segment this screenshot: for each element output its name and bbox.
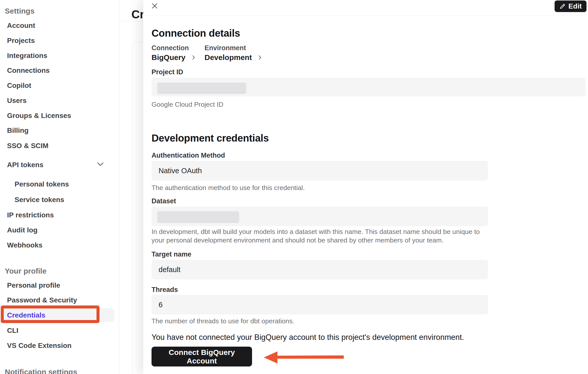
credentials-annotation-box	[1, 305, 100, 323]
sidebar-item-account[interactable]: Account	[7, 21, 35, 30]
sidebar-item-personal-tokens[interactable]: Personal tokens	[15, 180, 69, 189]
sidebar-item-vs-code-extension[interactable]: VS Code Extension	[7, 341, 72, 350]
sidebar-item-projects[interactable]: Projects	[7, 36, 35, 45]
environment-value-link[interactable]: Development	[205, 53, 262, 62]
authentication-method-input[interactable]: Native OAuth	[152, 161, 488, 180]
target-name-input[interactable]: default	[152, 260, 488, 279]
not-connected-message: You have not connected your BigQuery acc…	[152, 333, 464, 342]
sidebar-item-groups-licenses[interactable]: Groups & Licenses	[7, 111, 71, 120]
sidebar-item-password-security[interactable]: Password & Security	[7, 296, 77, 305]
close-button[interactable]	[151, 3, 158, 10]
sidebar-item-users[interactable]: Users	[7, 96, 27, 105]
connect-bigquery-button[interactable]: Connect BigQuery Account	[152, 347, 252, 366]
sidebar-item-integrations[interactable]: Integrations	[7, 51, 47, 60]
target-name-label: Target name	[152, 251, 191, 258]
sidebar-heading-your-profile: Your profile	[5, 267, 46, 276]
chevron-right-icon	[192, 55, 195, 60]
threads-value: 6	[159, 301, 163, 309]
sidebar-item-sso-scim[interactable]: SSO & SCIM	[7, 141, 48, 150]
sidebar-item-cli[interactable]: CLI	[7, 326, 18, 335]
threads-input[interactable]: 6	[152, 295, 488, 315]
sidebar-item-service-tokens[interactable]: Service tokens	[15, 195, 64, 204]
connection-label: Connection	[152, 44, 189, 52]
redacted-dataset-value	[158, 211, 239, 222]
authentication-method-value: Native OAuth	[159, 167, 202, 175]
redacted-project-id-value	[158, 83, 246, 93]
page-title: Cr	[131, 8, 144, 21]
settings-sidebar: Settings Account Projects Integrations C…	[0, 0, 119, 374]
environment-label: Environment	[205, 44, 246, 52]
sidebar-item-ip-restrictions[interactable]: IP restrictions	[7, 211, 54, 220]
sidebar-item-personal-profile[interactable]: Personal profile	[7, 281, 60, 290]
dataset-label: Dataset	[152, 197, 176, 205]
authentication-method-help: The authentication method to use for thi…	[152, 183, 305, 192]
threads-help: The number of threads to use for dbt ope…	[152, 317, 295, 325]
panel-header: Edit	[143, 0, 588, 16]
edit-button-label: Edit	[568, 2, 582, 10]
environment-value: Development	[205, 53, 252, 62]
dataset-help: In development, dbt will build your mode…	[152, 227, 486, 244]
sidebar-item-connections[interactable]: Connections	[7, 66, 50, 75]
development-credentials-heading: Development credentials	[152, 133, 269, 144]
edit-button[interactable]: Edit	[555, 1, 586, 12]
project-id-input[interactable]	[152, 78, 585, 96]
sidebar-item-copilot[interactable]: Copilot	[7, 81, 31, 90]
sidebar-heading-notification-settings: Notification settings	[5, 367, 77, 374]
credential-details-panel: Edit Connection details Connection Envir…	[143, 0, 588, 374]
target-name-value: default	[159, 266, 180, 274]
project-id-help: Google Cloud Project ID	[152, 100, 223, 109]
sidebar-item-webhooks[interactable]: Webhooks	[7, 241, 42, 250]
sidebar-item-audit-log[interactable]: Audit log	[7, 226, 37, 235]
project-id-label: Project ID	[152, 68, 183, 76]
connection-value-link[interactable]: BigQuery	[152, 53, 195, 62]
pencil-icon	[559, 3, 566, 10]
chevron-down-icon	[97, 162, 104, 166]
sidebar-item-billing[interactable]: Billing	[7, 126, 29, 135]
authentication-method-label: Authentication Method	[152, 152, 225, 159]
chevron-right-icon	[258, 55, 262, 60]
threads-label: Threads	[152, 286, 178, 294]
dataset-input[interactable]	[152, 207, 488, 226]
close-icon	[151, 3, 158, 9]
sidebar-item-api-tokens[interactable]: API tokens	[7, 160, 43, 169]
arrow-annotation-icon	[263, 350, 344, 364]
connection-details-heading: Connection details	[152, 28, 240, 39]
connection-value: BigQuery	[152, 53, 185, 62]
sidebar-heading-settings: Settings	[5, 7, 34, 16]
